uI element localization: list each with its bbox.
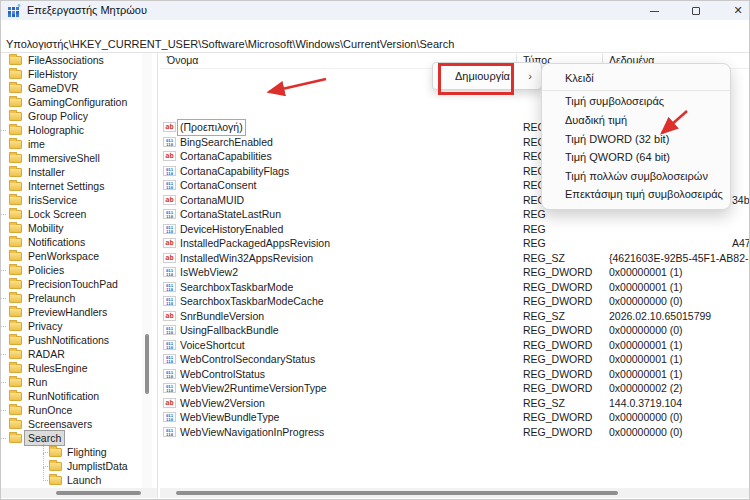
menu-item[interactable] bbox=[29, 28, 43, 30]
tree-key-label: PushNotifications bbox=[25, 333, 112, 347]
tree-key-item[interactable]: Mobility bbox=[1, 221, 157, 235]
tree-key-item[interactable]: ime bbox=[1, 137, 157, 151]
value-type: REG_SZ bbox=[523, 396, 565, 411]
registry-value-row[interactable]: WebViewNavigationInProgress REG_DWORD 0x… bbox=[160, 425, 750, 440]
tree-key-item[interactable]: RulesEngine bbox=[1, 361, 157, 375]
value-name: DeviceHistoryEnabled bbox=[178, 222, 285, 237]
tree-key-item[interactable]: Group Policy bbox=[1, 109, 157, 123]
registry-value-row[interactable]: DeviceHistoryEnabled REG bbox=[160, 222, 750, 237]
registry-value-row[interactable]: WebControlSecondaryStatus REG_DWORD 0x00… bbox=[160, 352, 750, 367]
submenu-item[interactable]: Δυαδική τιμή bbox=[542, 111, 730, 130]
value-type: REG bbox=[523, 207, 546, 222]
tree-key-item[interactable]: GamingConfiguration bbox=[1, 95, 157, 109]
value-name: WebViewNavigationInProgress bbox=[178, 425, 326, 440]
menu-item[interactable] bbox=[57, 28, 71, 30]
submenu-item-label: Τιμή QWORD (64 bit) bbox=[565, 151, 670, 163]
tree-key-item[interactable]: RADAR bbox=[1, 347, 157, 361]
tree-horizontal-scrollbar-thumb[interactable] bbox=[56, 491, 141, 495]
tree-key-label: PrecisionTouchPad bbox=[25, 277, 121, 291]
title-bar: Επεξεργαστής Μητρώου ✕ bbox=[1, 1, 750, 20]
tree-key-item[interactable]: Holographic bbox=[1, 123, 157, 137]
tree-horizontal-scrollbar[interactable] bbox=[1, 488, 157, 498]
submenu-item[interactable]: Τιμή QWORD (64 bit) bbox=[542, 148, 730, 167]
list-horizontal-scrollbar[interactable] bbox=[160, 488, 750, 498]
key-tree-pane: FileAssociations FileHistory GameDVR Gam… bbox=[1, 53, 157, 488]
tree-key-item[interactable]: PreviewHandlers bbox=[1, 305, 157, 319]
registry-value-row[interactable]: WebView2RuntimeVersionType REG_DWORD 0x0… bbox=[160, 381, 750, 396]
tree-key-item[interactable]: JumplistData bbox=[1, 459, 157, 473]
registry-value-row[interactable]: VoiceShortcut REG_DWORD 0x00000001 (1) bbox=[160, 338, 750, 353]
value-type-icon bbox=[163, 325, 176, 335]
tree-key-item[interactable]: FileAssociations bbox=[1, 53, 157, 67]
tree-key-item[interactable]: RunNotification bbox=[1, 389, 157, 403]
value-name: (Προεπιλογή) bbox=[178, 120, 245, 135]
menu-item[interactable] bbox=[43, 28, 57, 30]
registry-value-row[interactable]: SnrBundleVersion REG_SZ 2026.02.10.65015… bbox=[160, 309, 750, 324]
tree-vertical-scrollbar[interactable] bbox=[142, 53, 152, 488]
submenu-item[interactable]: Τιμή πολλών συμβολοσειρών bbox=[542, 167, 730, 186]
registry-value-row[interactable]: UsingFallbackBundle REG_DWORD 0x00000000… bbox=[160, 323, 750, 338]
folder-icon bbox=[9, 112, 22, 121]
tree-key-label: Lock Screen bbox=[25, 207, 89, 221]
menu-item[interactable] bbox=[15, 28, 29, 30]
context-menu-item-new[interactable]: Δημιουργία › bbox=[433, 63, 541, 89]
maximize-button[interactable] bbox=[675, 1, 717, 20]
registry-value-row[interactable]: WebViewBundleType REG_DWORD 0x00000000 (… bbox=[160, 410, 750, 425]
submenu-item[interactable]: Τιμή συμβολοσειράς bbox=[542, 90, 730, 112]
tree-key-label: FileHistory bbox=[25, 67, 81, 81]
menu-item[interactable] bbox=[1, 28, 15, 30]
submenu-item[interactable]: Κλειδί bbox=[542, 69, 730, 88]
folder-icon bbox=[9, 56, 22, 65]
registry-value-row[interactable]: WebControlStatus REG_DWORD 0x00000001 (1… bbox=[160, 367, 750, 382]
tree-key-label: RunOnce bbox=[25, 403, 75, 417]
submenu-item[interactable]: Επεκτάσιμη τιμή συμβολοσειράς bbox=[542, 185, 730, 204]
tree-key-item[interactable]: Policies bbox=[1, 263, 157, 277]
tree-key-item[interactable]: Prelaunch bbox=[1, 291, 157, 305]
registry-value-row[interactable]: SearchboxTaskbarMode REG_DWORD 0x0000000… bbox=[160, 280, 750, 295]
tree-key-item[interactable]: Launch bbox=[1, 473, 157, 487]
tree-key-item[interactable]: GameDVR bbox=[1, 81, 157, 95]
submenu-chevron-icon: › bbox=[528, 63, 532, 89]
tree-key-item[interactable]: Internet Settings bbox=[1, 179, 157, 193]
tree-key-item[interactable]: Flighting bbox=[1, 445, 157, 459]
tree-key-item[interactable]: Privacy bbox=[1, 319, 157, 333]
folder-icon bbox=[9, 392, 22, 401]
list-horizontal-scrollbar-thumb[interactable] bbox=[176, 491, 618, 495]
folder-icon bbox=[9, 140, 22, 149]
tree-key-item[interactable]: Installer bbox=[1, 165, 157, 179]
column-header-name[interactable]: Όνομα bbox=[167, 54, 198, 66]
submenu-item[interactable]: Τιμή DWORD (32 bit) bbox=[542, 130, 730, 149]
value-data: 0x00000001 (1) bbox=[609, 367, 683, 382]
value-name: IsWebView2 bbox=[178, 265, 240, 280]
tree-key-item[interactable]: PushNotifications bbox=[1, 333, 157, 347]
tree-vertical-scrollbar-thumb[interactable] bbox=[145, 334, 149, 394]
tree-key-item[interactable]: FileHistory bbox=[1, 67, 157, 81]
registry-value-row[interactable]: InstalledWin32AppsRevision REG_SZ {46216… bbox=[160, 251, 750, 266]
tree-key-item[interactable]: Search bbox=[1, 431, 157, 445]
tree-key-item[interactable]: Run bbox=[1, 375, 157, 389]
address-bar[interactable]: Υπολογιστής\HKEY_CURRENT_USER\Software\M… bbox=[1, 37, 750, 53]
registry-value-row[interactable]: IsWebView2 REG_DWORD 0x00000001 (1) bbox=[160, 265, 750, 280]
folder-icon bbox=[49, 476, 62, 485]
folder-icon bbox=[9, 210, 22, 219]
value-name: SearchboxTaskbarMode bbox=[178, 280, 295, 295]
value-type-icon bbox=[163, 224, 176, 234]
tree-key-item[interactable]: Screensavers bbox=[1, 417, 157, 431]
tree-key-item[interactable]: RunOnce bbox=[1, 403, 157, 417]
tree-key-label: RADAR bbox=[25, 347, 68, 361]
tree-key-item[interactable]: PrecisionTouchPad bbox=[1, 277, 157, 291]
registry-value-row[interactable]: InstalledPackagedAppsRevision REG A471 bbox=[160, 236, 750, 251]
tree-key-item[interactable]: Lock Screen bbox=[1, 207, 157, 221]
tree-key-item[interactable]: Notifications bbox=[1, 235, 157, 249]
tree-key-item[interactable]: PenWorkspace bbox=[1, 249, 157, 263]
value-data: 0x00000000 (0) bbox=[609, 410, 683, 425]
registry-value-row[interactable]: SearchboxTaskbarModeCache REG_DWORD 0x00… bbox=[160, 294, 750, 309]
registry-value-row[interactable]: WebView2Version REG_SZ 144.0.3719.104 bbox=[160, 396, 750, 411]
value-name: VoiceShortcut bbox=[178, 338, 247, 353]
tree-key-item[interactable]: ImmersiveShell bbox=[1, 151, 157, 165]
close-button[interactable]: ✕ bbox=[717, 1, 750, 20]
tree-key-label: GamingConfiguration bbox=[25, 95, 130, 109]
tree-key-item[interactable]: IrisService bbox=[1, 193, 157, 207]
minimize-button[interactable] bbox=[633, 1, 675, 20]
folder-icon bbox=[9, 84, 22, 93]
